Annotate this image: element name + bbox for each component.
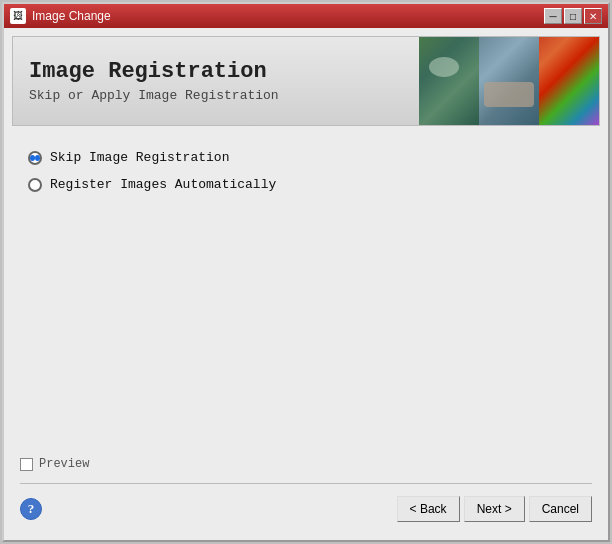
window-icon: 🖼 (10, 8, 26, 24)
header-image-1 (419, 37, 479, 126)
back-button[interactable]: < Back (397, 496, 460, 522)
radio-register[interactable]: Register Images Automatically (28, 177, 584, 192)
header-image-3 (539, 37, 599, 126)
help-button[interactable]: ? (20, 498, 42, 520)
nav-buttons: < Back Next > Cancel (397, 496, 592, 522)
radio-skip-label: Skip Image Registration (50, 150, 229, 165)
header-text-area: Image Registration Skip or Apply Image R… (13, 37, 419, 125)
maximize-button[interactable]: □ (564, 8, 582, 24)
header-image-2 (479, 37, 539, 126)
header-images (419, 37, 599, 125)
content-area: Skip Image Registration Register Images … (12, 142, 600, 447)
next-button[interactable]: Next > (464, 496, 525, 522)
radio-skip[interactable]: Skip Image Registration (28, 150, 584, 165)
header-title: Image Registration (29, 59, 403, 84)
footer-area: Preview ? < Back Next > Cancel (12, 447, 600, 532)
button-row: ? < Back Next > Cancel (20, 492, 592, 526)
title-bar: 🖼 Image Change ─ □ ✕ (4, 4, 608, 28)
radio-group: Skip Image Registration Register Images … (28, 150, 584, 192)
preview-row: Preview (20, 453, 592, 475)
footer-divider (20, 483, 592, 484)
preview-label: Preview (39, 457, 89, 471)
window-body: Image Registration Skip or Apply Image R… (4, 28, 608, 540)
header-subtitle: Skip or Apply Image Registration (29, 88, 403, 103)
cancel-button[interactable]: Cancel (529, 496, 592, 522)
radio-register-circle[interactable] (28, 178, 42, 192)
preview-checkbox[interactable] (20, 458, 33, 471)
window-title: Image Change (32, 9, 544, 23)
close-button[interactable]: ✕ (584, 8, 602, 24)
radio-skip-circle[interactable] (28, 151, 42, 165)
minimize-button[interactable]: ─ (544, 8, 562, 24)
header-banner: Image Registration Skip or Apply Image R… (12, 36, 600, 126)
main-window: 🖼 Image Change ─ □ ✕ Image Registration … (2, 2, 610, 542)
radio-register-label: Register Images Automatically (50, 177, 276, 192)
window-controls: ─ □ ✕ (544, 8, 602, 24)
